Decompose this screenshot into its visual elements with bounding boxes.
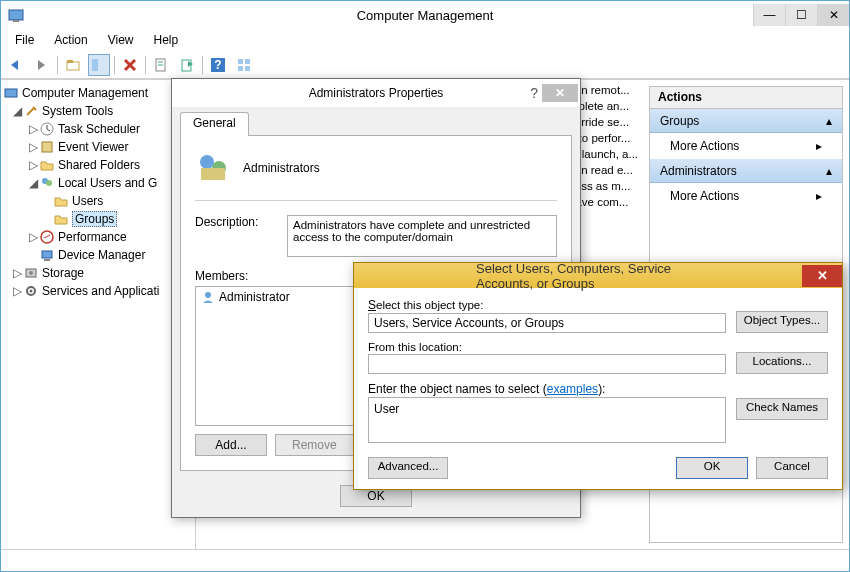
group-name: Administrators	[243, 161, 320, 175]
expander-icon[interactable]: ▷	[27, 230, 39, 244]
tree-services[interactable]: ▷ Services and Applicati	[3, 282, 193, 300]
dialog-titlebar: Administrators Properties ? ✕	[172, 79, 580, 107]
object-names-field[interactable]: User	[368, 397, 726, 443]
expander-icon[interactable]: ▷	[11, 266, 23, 280]
folder-icon	[39, 157, 55, 173]
svg-rect-13	[238, 59, 243, 64]
back-button[interactable]	[5, 54, 27, 76]
add-button[interactable]: Add...	[195, 434, 267, 456]
tiles-button[interactable]	[233, 54, 255, 76]
svg-rect-0	[9, 10, 23, 20]
svg-point-21	[46, 180, 52, 186]
action-group-groups[interactable]: Groups ▴	[650, 109, 842, 133]
tree-users[interactable]: Users	[3, 192, 193, 210]
help-button[interactable]: ?	[207, 54, 229, 76]
tree-groups[interactable]: Groups	[3, 210, 193, 228]
object-type-field[interactable]: Users, Service Accounts, or Groups	[368, 313, 726, 333]
status-bar	[1, 549, 849, 571]
event-viewer-icon	[39, 139, 55, 155]
advanced-button[interactable]: Advanced...	[368, 457, 448, 479]
tree-local-users-groups[interactable]: ◢ Local Users and G	[3, 174, 193, 192]
minimize-button[interactable]: —	[753, 4, 785, 26]
menu-help[interactable]: Help	[146, 31, 187, 49]
location-field[interactable]	[368, 354, 726, 374]
tools-icon	[23, 103, 39, 119]
dialog-title: Administrators Properties	[309, 86, 444, 100]
object-names-label: Enter the object names to select (exampl…	[368, 382, 726, 396]
ok-button[interactable]: OK	[676, 457, 748, 479]
expander-icon[interactable]: ◢	[11, 104, 23, 118]
expander-icon[interactable]: ◢	[27, 176, 39, 190]
svg-rect-15	[238, 66, 243, 71]
svg-rect-1	[13, 20, 19, 22]
svg-rect-31	[201, 168, 225, 180]
window-title: Computer Management	[357, 8, 494, 23]
tree-system-tools[interactable]: ◢ System Tools	[3, 102, 193, 120]
clock-icon	[39, 121, 55, 137]
description-label: Description:	[195, 215, 277, 257]
users-groups-icon	[39, 175, 55, 191]
collapse-icon: ▴	[826, 114, 832, 128]
svg-point-29	[200, 155, 214, 169]
action-more-actions-2[interactable]: More Actions ▸	[650, 183, 842, 209]
svg-rect-16	[245, 66, 250, 71]
user-icon	[201, 290, 215, 304]
app-icon	[7, 6, 25, 24]
tree-root[interactable]: Computer Management	[3, 84, 193, 102]
tree-event-viewer[interactable]: ▷ Event Viewer	[3, 138, 193, 156]
expander-icon[interactable]: ▷	[27, 158, 39, 172]
device-manager-icon	[39, 247, 55, 263]
delete-button[interactable]	[119, 54, 141, 76]
tree-storage[interactable]: ▷ Storage	[3, 264, 193, 282]
menu-view[interactable]: View	[100, 31, 142, 49]
expander-icon[interactable]: ▷	[27, 122, 39, 136]
object-types-button[interactable]: Object Types...	[736, 311, 828, 333]
remove-button[interactable]: Remove	[275, 434, 354, 456]
menu-bar: File Action View Help	[1, 29, 849, 51]
action-group-administrators[interactable]: Administrators ▴	[650, 159, 842, 183]
tree-performance[interactable]: ▷ Performance	[3, 228, 193, 246]
maximize-button[interactable]: ☐	[785, 4, 817, 26]
forward-button[interactable]	[31, 54, 53, 76]
submenu-icon: ▸	[816, 189, 822, 203]
tree-pane: Computer Management ◢ System Tools ▷ Tas…	[1, 80, 196, 549]
check-names-button[interactable]: Check Names	[736, 398, 828, 420]
tree-task-scheduler[interactable]: ▷ Task Scheduler	[3, 120, 193, 138]
svg-marker-3	[38, 60, 45, 70]
svg-rect-5	[67, 60, 73, 63]
export-button[interactable]	[176, 54, 198, 76]
close-button[interactable]: ✕	[542, 84, 578, 102]
submenu-icon: ▸	[816, 139, 822, 153]
group-icon	[195, 150, 231, 186]
tree-device-manager[interactable]: Device Manager	[3, 246, 193, 264]
svg-point-26	[29, 271, 33, 275]
svg-rect-4	[67, 62, 79, 70]
actions-header: Actions	[650, 87, 842, 109]
collapse-icon: ▴	[826, 164, 832, 178]
expander-icon[interactable]: ▷	[11, 284, 23, 298]
up-button[interactable]	[62, 54, 84, 76]
description-field[interactable]: Administrators have complete and unrestr…	[287, 215, 557, 257]
properties-button[interactable]	[88, 54, 110, 76]
window-titlebar: Computer Management — ☐ ✕	[1, 1, 849, 29]
cancel-button[interactable]: Cancel	[756, 457, 828, 479]
svg-point-32	[205, 292, 211, 298]
svg-rect-14	[245, 59, 250, 64]
dialog-title: Select Users, Computers, Service Account…	[476, 261, 720, 291]
examples-link[interactable]: examples	[547, 382, 598, 396]
folder-icon	[53, 193, 69, 209]
refresh-icon[interactable]	[150, 54, 172, 76]
svg-rect-17	[5, 89, 17, 97]
svg-rect-6	[92, 59, 98, 71]
tab-general[interactable]: General	[180, 112, 249, 136]
help-button[interactable]: ?	[530, 85, 538, 101]
tree-shared-folders[interactable]: ▷ Shared Folders	[3, 156, 193, 174]
close-button[interactable]: ✕	[817, 4, 849, 26]
action-more-actions-1[interactable]: More Actions ▸	[650, 133, 842, 159]
expander-icon[interactable]: ▷	[27, 140, 39, 154]
locations-button[interactable]: Locations...	[736, 352, 828, 374]
services-icon	[23, 283, 39, 299]
menu-file[interactable]: File	[7, 31, 42, 49]
close-button[interactable]: ✕	[802, 265, 842, 287]
menu-action[interactable]: Action	[46, 31, 95, 49]
